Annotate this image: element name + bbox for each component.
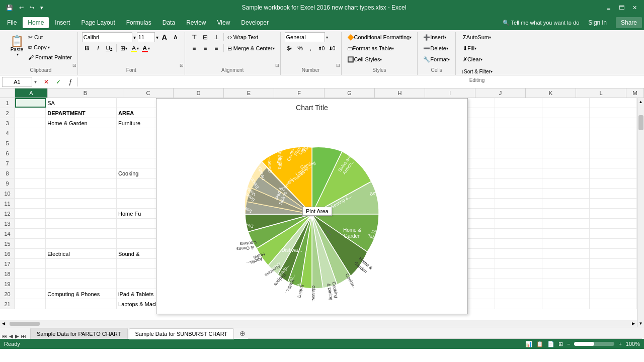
row-number[interactable]: 21 [0,299,15,309]
cell[interactable] [542,269,590,279]
row-number[interactable]: 7 [0,158,15,168]
comma-button[interactable]: , [306,43,316,53]
cell[interactable] [495,299,542,309]
wrap-text-button[interactable]: ⇔ Wrap Text [226,32,260,42]
row-number[interactable]: 16 [0,249,15,258]
cell[interactable] [15,189,46,198]
cell[interactable] [542,148,590,158]
cell[interactable] [46,209,117,218]
help-search[interactable]: 🔍 Tell me what you want to do [503,20,580,26]
sunburst-chart-svg[interactable]: Sofas and Armch... Beds Dining Tables Ho… [196,116,428,302]
col-header-i[interactable]: I [425,88,475,98]
cell[interactable] [542,108,590,118]
quick-access-toolbar[interactable]: 💾 ↩ ↪ ▾ [4,4,45,12]
cell[interactable] [590,168,637,178]
cell[interactable] [15,239,46,248]
col-header-c[interactable]: C [123,88,174,98]
cell[interactable] [15,209,46,218]
cell[interactable] [15,98,46,108]
col-header-l[interactable]: L [576,88,626,98]
cell[interactable] [590,219,637,228]
cell[interactable] [590,178,637,188]
row-number[interactable]: 4 [0,128,15,138]
menu-page-layout[interactable]: Page Layout [76,17,120,28]
zoom-in-button[interactable]: + [618,341,621,347]
cell[interactable] [46,229,117,238]
cell[interactable] [46,138,117,148]
formula-input[interactable] [80,78,642,85]
copy-button[interactable]: ⧉ Copy ▾ [27,42,73,52]
customize-icon[interactable]: ▾ [38,4,45,12]
cell[interactable] [46,158,117,168]
cell[interactable] [590,158,637,168]
cell[interactable] [495,118,542,128]
redo-icon[interactable]: ↪ [28,4,36,12]
sheet-nav-buttons[interactable]: ⏮ ◀ ▶ ⏭ [2,333,30,339]
cell[interactable] [15,229,46,238]
cell[interactable] [15,219,46,228]
col-header-b[interactable]: B [48,88,123,98]
cell[interactable] [590,138,637,148]
cell[interactable] [590,269,637,279]
cell[interactable] [590,199,637,208]
row-number[interactable]: 6 [0,148,15,158]
cell[interactable] [542,209,590,218]
row-number[interactable]: 12 [0,209,15,218]
increase-decimal-button[interactable]: ⬆0 [316,43,327,53]
row-number[interactable]: 10 [0,189,15,198]
alignment-expand[interactable]: ⊡ [275,63,279,68]
cell[interactable] [15,128,46,138]
sign-in-button[interactable]: Sign in [583,17,612,28]
cell[interactable] [542,168,590,178]
menu-formulas[interactable]: Formulas [121,17,156,28]
cell[interactable] [590,299,637,309]
menu-data[interactable]: Data [157,17,180,28]
menu-view[interactable]: View [212,17,235,28]
font-size-input[interactable] [137,32,155,42]
cell[interactable] [15,249,46,258]
col-header-j[interactable]: J [475,88,526,98]
border-button[interactable]: ⊞▾ [119,43,129,53]
delete-button[interactable]: ➖ Delete ▾ [422,43,450,53]
cell[interactable] [15,269,46,279]
cell[interactable] [590,189,637,198]
row-number[interactable]: 9 [0,178,15,188]
accounting-button[interactable]: $▾ [285,43,295,53]
cell[interactable] [542,229,590,238]
maximize-button[interactable]: 🗖 [616,2,627,13]
cell[interactable] [46,199,117,208]
col-header-d[interactable]: D [174,88,224,98]
undo-icon[interactable]: ↩ [17,4,26,12]
sheet-tab-pareto[interactable]: Sample Data for PARETO CHART [30,328,128,339]
decrease-decimal-button[interactable]: ⬇0 [327,43,337,53]
sheet-first-button[interactable]: ⏮ [2,333,7,339]
cell[interactable] [495,158,542,168]
cell[interactable] [46,259,117,268]
cell[interactable] [590,118,637,128]
cell[interactable] [542,199,590,208]
font-name-selector[interactable] [82,32,132,42]
row-number[interactable]: 18 [0,269,15,279]
font-color-button[interactable]: A ▾ [141,43,151,53]
format-painter-button[interactable]: 🖌 Format Painter [27,52,73,62]
h-scroll-thumb[interactable] [10,322,40,326]
cell[interactable] [590,239,637,248]
cell[interactable] [495,249,542,258]
align-left-button[interactable]: ≡ [189,43,199,53]
cell[interactable] [542,98,590,108]
cell[interactable] [542,239,590,248]
clear-button[interactable]: ✗ Clear ▾ [461,54,484,64]
minimize-button[interactable]: 🗕 [603,2,614,13]
cell[interactable] [15,259,46,268]
cell[interactable] [495,219,542,228]
number-format-expand[interactable]: ▾ [326,35,328,40]
cell[interactable] [15,168,46,178]
cell[interactable]: Home & Garden [46,118,117,128]
sort-filter-button[interactable]: ↕ Sort & Filter ▾ [460,66,494,76]
cell[interactable] [495,168,542,178]
cell[interactable] [495,148,542,158]
page-break-button[interactable]: ⊞ [558,341,563,347]
row-number[interactable]: 13 [0,219,15,228]
cancel-formula-button[interactable]: ✕ [41,77,51,87]
cell[interactable] [542,118,590,128]
